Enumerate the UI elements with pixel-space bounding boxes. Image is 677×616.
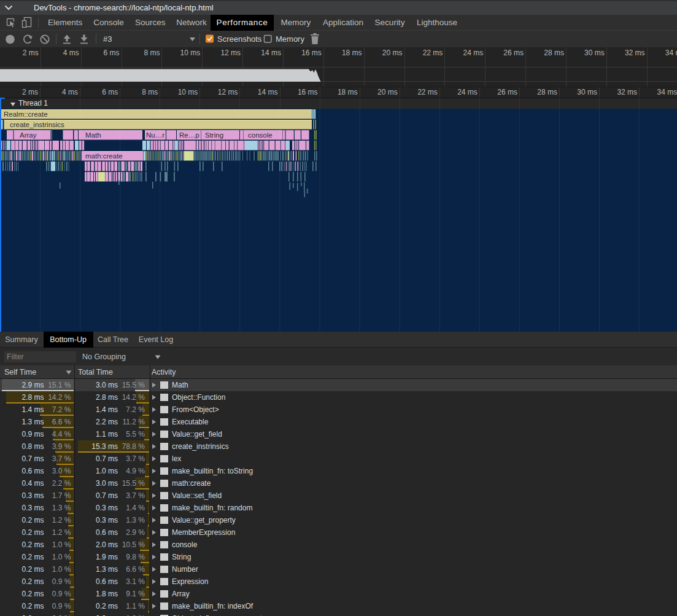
svg-text:Array: Array (20, 131, 37, 139)
svg-text:math:create: math:create (85, 152, 123, 160)
svg-text:Re…p: Re…p (179, 131, 199, 139)
svg-text:create_instrinsics: create_instrinsics (10, 121, 64, 128)
svg-text:String: String (205, 131, 223, 139)
svg-text:Math: Math (85, 131, 101, 139)
svg-text:Nu…r: Nu…r (146, 131, 164, 139)
svg-text:console: console (248, 131, 273, 139)
svg-text:Realm::create: Realm::create (4, 111, 48, 118)
